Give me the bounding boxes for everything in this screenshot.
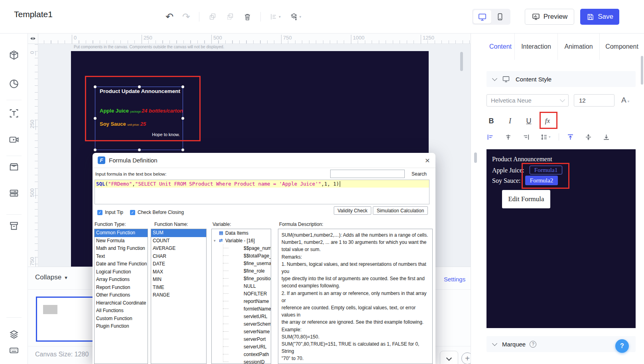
function-type-item[interactable]: Hierarchical Coordinate F [95,299,148,307]
function-type-item[interactable]: Text [95,253,148,261]
save-button[interactable]: Save [580,9,619,25]
help-floating-button[interactable]: ? [615,339,629,353]
mobile-view-button[interactable] [491,10,509,24]
undo-icon[interactable]: ↶ [165,12,173,22]
variable-tree-item[interactable]: sessionID [212,358,271,364]
align-left-button[interactable] [487,134,494,140]
layer-order-icon[interactable]: ▾ [290,12,301,21]
text-component-icon[interactable] [8,108,20,119]
checkbox[interactable]: ✓Check Before Closing [130,210,184,215]
function-type-item[interactable]: Logical Function [95,268,148,276]
underline-button[interactable]: U [525,117,532,125]
formula-editor[interactable]: SQL("FRDemo","SELECT Unit FROM SProduct … [95,180,429,204]
function-type-item[interactable]: Common Function [95,229,148,237]
function-type-item[interactable]: All Functions [95,307,148,315]
paste-icon[interactable] [226,12,234,21]
function-name-item[interactable]: CHAR [151,253,206,261]
layers-panel-icon[interactable] [8,329,20,340]
align-icon[interactable]: ▾ [270,13,281,21]
validity-check-button[interactable]: Validity Check [334,206,371,215]
tree-expand-icon[interactable]: ▾ [214,239,219,243]
italic-button[interactable]: I [506,117,514,125]
window-scrollbar[interactable] [641,56,643,85]
function-name-item[interactable]: MIN [151,276,206,284]
align-top-button[interactable] [567,134,574,140]
collapse-toggle[interactable]: Collapse ▾ [35,273,67,281]
search-input[interactable] [330,170,405,178]
variable-tree-item[interactable]: reportName [212,297,271,305]
formula-fx-button[interactable]: fx [544,117,551,125]
redo-icon[interactable]: ↷ [182,12,190,22]
variable-tree-item[interactable]: serverURL [212,343,271,350]
function-type-item[interactable]: Report Function [95,284,148,292]
close-icon[interactable]: × [425,156,430,165]
function-type-item[interactable]: Plugin Function [95,322,148,330]
variable-tree-item[interactable]: NOFILTER [212,290,271,297]
panel-tab[interactable]: Component [600,34,644,60]
variable-tree-item[interactable]: formletName [212,305,271,313]
align-bottom-button[interactable] [603,134,610,140]
function-type-item[interactable]: Custom Function [95,315,148,323]
variable-tree-item[interactable]: $fine_position [212,275,271,282]
function-name-item[interactable]: AVERAGE [151,245,206,253]
function-name-item[interactable]: DATE [151,260,206,268]
keyboard-shortcuts-icon[interactable] [8,345,20,356]
preview-button[interactable]: Preview [525,9,574,25]
ruler-corner[interactable] [28,34,38,44]
settings-link[interactable]: Settings [444,276,465,283]
function-type-item[interactable]: Date and Time Function [95,260,148,268]
variable-tree-item[interactable]: serverPort [212,335,271,343]
resize-handle[interactable] [94,148,97,151]
edit-formula-button[interactable]: Edit Formula [502,190,550,208]
font-color-button[interactable]: A▾ [621,96,629,105]
widget-component-icon[interactable] [8,161,20,172]
media-component-icon[interactable] [8,134,20,145]
formula1-chip[interactable]: Formula1 [530,166,562,174]
panel-tab[interactable]: Animation [558,34,600,60]
3d-component-icon[interactable] [8,49,20,61]
variable-tree-item[interactable]: $fine_role [212,267,271,275]
variable-tree-item[interactable]: NULL [212,282,271,290]
line-spacing-button[interactable]: ▾ [541,134,551,140]
delete-icon[interactable] [243,13,252,21]
checkbox[interactable]: ✓Input Tip [97,210,123,215]
resize-handle[interactable] [138,148,141,151]
variable-tree-item[interactable]: $$page_number [212,244,271,252]
function-type-item[interactable]: Other Functions [95,291,148,299]
formula2-chip[interactable]: Formula2 [525,176,558,185]
data-table-icon[interactable] [8,188,20,199]
desktop-view-button[interactable] [473,10,491,24]
variable-tree-item[interactable]: $$totalPage_number [212,252,271,259]
variable-tree-item[interactable]: $fine_username [212,259,271,267]
variable-tree-item[interactable]: ▾⇄Variable - [16] [212,237,271,244]
align-middle-button[interactable] [585,134,592,140]
chart-component-icon[interactable] [8,78,20,89]
resize-handle[interactable] [181,148,184,151]
function-name-item[interactable]: MAX [151,268,206,276]
panel-tab[interactable]: Content [486,34,515,60]
archive-component-icon[interactable] [8,220,20,231]
content-style-section-header[interactable]: Content Style [486,71,636,87]
font-size-input[interactable]: 12 [574,94,614,107]
variable-tree-item[interactable]: contextPath [212,350,271,358]
variable-tree-item[interactable]: servletURL [212,313,271,320]
bold-button[interactable]: B [488,117,495,125]
question-circle-icon[interactable]: ? [530,341,536,348]
function-name-item[interactable]: RANGE [151,291,206,299]
collapse-panel-button[interactable] [440,351,458,364]
function-type-item[interactable]: Array Functions [95,276,148,284]
search-button[interactable]: Search [412,171,427,177]
copy-icon[interactable] [208,12,217,21]
panel-tab[interactable]: Interaction [515,34,558,60]
align-right-button[interactable] [523,134,530,140]
panel-scrollbar[interactable] [474,152,477,163]
function-name-item[interactable]: SUM [151,229,206,237]
function-name-item[interactable]: COUNT [151,237,206,245]
canvas-scrollbar[interactable] [460,52,463,71]
zoom-in-button[interactable]: + [461,352,471,364]
variable-tree-item[interactable]: serverName [212,328,271,335]
variable-tree-item[interactable]: serverSchema [212,320,271,328]
align-center-button[interactable] [505,134,512,140]
function-name-item[interactable]: TIME [151,284,206,292]
font-family-select[interactable]: Helvetica Neue [486,94,569,107]
